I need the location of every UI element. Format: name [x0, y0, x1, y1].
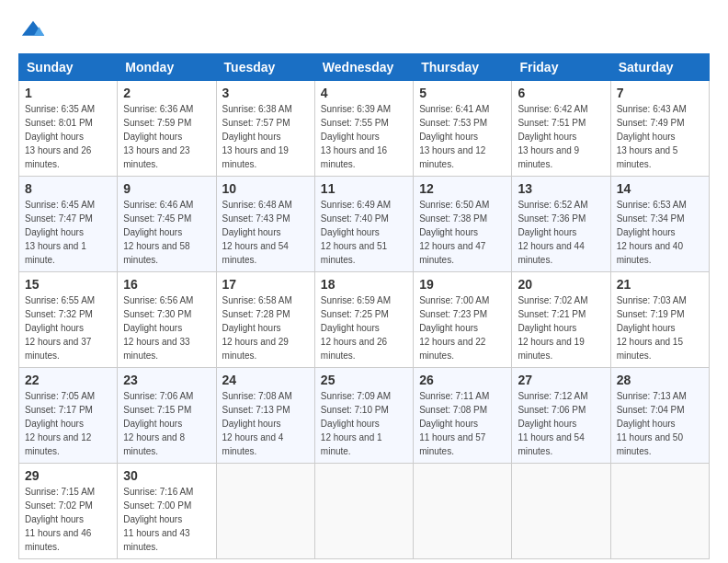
day-number: 26 [419, 373, 506, 387]
day-info: Sunrise: 7:05 AMSunset: 7:17 PMDaylight … [25, 389, 111, 458]
day-number: 12 [419, 181, 506, 196]
day-info: Sunrise: 6:49 AMSunset: 7:40 PMDaylight … [321, 198, 407, 267]
day-info: Sunrise: 6:48 AMSunset: 7:43 PMDaylight … [222, 198, 309, 267]
calendar-cell: 28Sunrise: 7:13 AMSunset: 7:04 PMDayligh… [610, 368, 709, 464]
week-row-2: 8Sunrise: 6:45 AMSunset: 7:47 PMDaylight… [19, 177, 710, 272]
header-tuesday: Tuesday [216, 54, 314, 81]
week-row-3: 15Sunrise: 6:55 AMSunset: 7:32 PMDayligh… [19, 272, 710, 368]
calendar-cell: 10Sunrise: 6:48 AMSunset: 7:43 PMDayligh… [216, 177, 314, 272]
logo-icon [20, 18, 46, 44]
day-info: Sunrise: 6:56 AMSunset: 7:30 PMDaylight … [123, 293, 210, 362]
day-info: Sunrise: 7:09 AMSunset: 7:10 PMDaylight … [321, 389, 407, 458]
calendar-cell: 2Sunrise: 6:36 AMSunset: 7:59 PMDaylight… [118, 81, 216, 177]
day-number: 10 [222, 181, 309, 196]
calendar-table: Sunday Monday Tuesday Wednesday Thursday… [18, 53, 710, 559]
calendar-cell: 1Sunrise: 6:35 AMSunset: 8:01 PMDaylight… [19, 81, 118, 177]
calendar-cell: 22Sunrise: 7:05 AMSunset: 7:17 PMDayligh… [19, 368, 118, 464]
day-info: Sunrise: 7:11 AMSunset: 7:08 PMDaylight … [419, 389, 506, 458]
calendar-cell: 26Sunrise: 7:11 AMSunset: 7:08 PMDayligh… [414, 368, 512, 464]
day-number: 25 [321, 373, 407, 387]
day-number: 6 [518, 86, 604, 100]
day-number: 29 [25, 468, 111, 483]
calendar-cell: 30Sunrise: 7:16 AMSunset: 7:00 PMDayligh… [118, 464, 216, 559]
day-info: Sunrise: 6:50 AMSunset: 7:38 PMDaylight … [419, 198, 506, 267]
header-row: Sunday Monday Tuesday Wednesday Thursday… [19, 54, 710, 81]
week-row-4: 22Sunrise: 7:05 AMSunset: 7:17 PMDayligh… [19, 368, 710, 464]
calendar-cell: 25Sunrise: 7:09 AMSunset: 7:10 PMDayligh… [314, 368, 413, 464]
day-number: 27 [518, 373, 604, 387]
calendar-cell [414, 464, 512, 559]
calendar-cell: 21Sunrise: 7:03 AMSunset: 7:19 PMDayligh… [610, 272, 709, 368]
day-info: Sunrise: 6:38 AMSunset: 7:57 PMDaylight … [222, 102, 309, 171]
day-info: Sunrise: 6:59 AMSunset: 7:25 PMDaylight … [321, 293, 407, 362]
calendar-cell: 6Sunrise: 6:42 AMSunset: 7:51 PMDaylight… [512, 81, 610, 177]
calendar-cell [216, 464, 314, 559]
calendar-cell: 20Sunrise: 7:02 AMSunset: 7:21 PMDayligh… [512, 272, 610, 368]
day-number: 7 [617, 86, 703, 100]
day-info: Sunrise: 7:12 AMSunset: 7:06 PMDaylight … [518, 389, 604, 458]
day-info: Sunrise: 6:39 AMSunset: 7:55 PMDaylight … [321, 102, 407, 171]
week-row-1: 1Sunrise: 6:35 AMSunset: 8:01 PMDaylight… [19, 81, 710, 177]
calendar-cell: 17Sunrise: 6:58 AMSunset: 7:28 PMDayligh… [216, 272, 314, 368]
day-info: Sunrise: 6:36 AMSunset: 7:59 PMDaylight … [123, 102, 210, 171]
day-number: 16 [123, 277, 210, 292]
day-info: Sunrise: 7:13 AMSunset: 7:04 PMDaylight … [617, 389, 703, 458]
logo [18, 18, 48, 44]
day-info: Sunrise: 6:43 AMSunset: 7:49 PMDaylight … [617, 102, 703, 171]
day-info: Sunrise: 6:42 AMSunset: 7:51 PMDaylight … [518, 102, 604, 171]
calendar-cell: 4Sunrise: 6:39 AMSunset: 7:55 PMDaylight… [314, 81, 413, 177]
day-info: Sunrise: 7:02 AMSunset: 7:21 PMDaylight … [518, 293, 604, 362]
calendar-cell: 11Sunrise: 6:49 AMSunset: 7:40 PMDayligh… [314, 177, 413, 272]
day-number: 5 [419, 86, 506, 100]
day-number: 28 [617, 373, 703, 387]
header-friday: Friday [512, 54, 610, 81]
calendar-cell: 19Sunrise: 7:00 AMSunset: 7:23 PMDayligh… [414, 272, 512, 368]
day-number: 9 [123, 181, 210, 196]
calendar-cell: 24Sunrise: 7:08 AMSunset: 7:13 PMDayligh… [216, 368, 314, 464]
calendar-cell: 12Sunrise: 6:50 AMSunset: 7:38 PMDayligh… [414, 177, 512, 272]
header-sunday: Sunday [19, 54, 118, 81]
day-number: 19 [419, 277, 506, 292]
day-info: Sunrise: 7:08 AMSunset: 7:13 PMDaylight … [222, 389, 309, 458]
calendar-header: Sunday Monday Tuesday Wednesday Thursday… [19, 54, 710, 81]
calendar-cell: 14Sunrise: 6:53 AMSunset: 7:34 PMDayligh… [610, 177, 709, 272]
calendar-cell [512, 464, 610, 559]
day-number: 1 [25, 86, 111, 100]
header-saturday: Saturday [610, 54, 709, 81]
day-info: Sunrise: 7:06 AMSunset: 7:15 PMDaylight … [123, 389, 210, 458]
day-info: Sunrise: 7:03 AMSunset: 7:19 PMDaylight … [617, 293, 703, 362]
day-info: Sunrise: 7:15 AMSunset: 7:02 PMDaylight … [25, 485, 111, 554]
day-info: Sunrise: 7:16 AMSunset: 7:00 PMDaylight … [123, 485, 210, 554]
header-wednesday: Wednesday [314, 54, 413, 81]
calendar-cell [610, 464, 709, 559]
day-number: 22 [25, 373, 111, 387]
header-thursday: Thursday [414, 54, 512, 81]
calendar-cell: 23Sunrise: 7:06 AMSunset: 7:15 PMDayligh… [118, 368, 216, 464]
page-header [18, 18, 710, 44]
day-info: Sunrise: 6:45 AMSunset: 7:47 PMDaylight … [25, 198, 111, 267]
week-row-5: 29Sunrise: 7:15 AMSunset: 7:02 PMDayligh… [19, 464, 710, 559]
calendar-cell: 3Sunrise: 6:38 AMSunset: 7:57 PMDaylight… [216, 81, 314, 177]
day-info: Sunrise: 6:35 AMSunset: 8:01 PMDaylight … [25, 102, 111, 171]
day-info: Sunrise: 6:58 AMSunset: 7:28 PMDaylight … [222, 293, 309, 362]
day-info: Sunrise: 6:46 AMSunset: 7:45 PMDaylight … [123, 198, 210, 267]
day-number: 2 [123, 86, 210, 100]
calendar-cell: 15Sunrise: 6:55 AMSunset: 7:32 PMDayligh… [19, 272, 118, 368]
calendar-cell: 16Sunrise: 6:56 AMSunset: 7:30 PMDayligh… [118, 272, 216, 368]
calendar-cell: 27Sunrise: 7:12 AMSunset: 7:06 PMDayligh… [512, 368, 610, 464]
calendar-cell [314, 464, 413, 559]
calendar-cell: 5Sunrise: 6:41 AMSunset: 7:53 PMDaylight… [414, 81, 512, 177]
day-number: 4 [321, 86, 407, 100]
day-number: 30 [123, 468, 210, 483]
day-number: 8 [25, 181, 111, 196]
day-number: 24 [222, 373, 309, 387]
day-number: 21 [617, 277, 703, 292]
day-number: 20 [518, 277, 604, 292]
calendar-cell: 8Sunrise: 6:45 AMSunset: 7:47 PMDaylight… [19, 177, 118, 272]
day-number: 14 [617, 181, 703, 196]
day-number: 3 [222, 86, 309, 100]
calendar-cell: 13Sunrise: 6:52 AMSunset: 7:36 PMDayligh… [512, 177, 610, 272]
day-number: 23 [123, 373, 210, 387]
calendar-cell: 18Sunrise: 6:59 AMSunset: 7:25 PMDayligh… [314, 272, 413, 368]
calendar-cell: 9Sunrise: 6:46 AMSunset: 7:45 PMDaylight… [118, 177, 216, 272]
